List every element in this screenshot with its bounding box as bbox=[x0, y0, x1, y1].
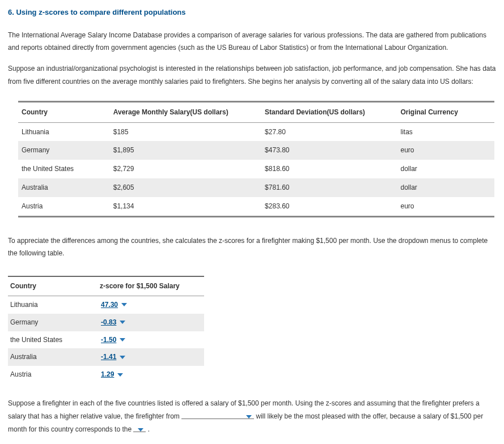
table-row: the United States -1.50 bbox=[8, 331, 204, 349]
cell-salary: $2,729 bbox=[110, 160, 261, 178]
cell-sd: $781.60 bbox=[261, 178, 397, 197]
table-row: Lithuania $185 $27.80 litas bbox=[18, 122, 494, 141]
th-salary: Average Monthly Salary(US dollars) bbox=[110, 101, 261, 122]
dropdown-value: -0.83 bbox=[101, 316, 116, 329]
zscore-dropdown[interactable]: -1.50 bbox=[100, 334, 126, 347]
th-sd: Standard Deviation(US dollars) bbox=[261, 101, 397, 122]
cell-country: the United States bbox=[8, 331, 98, 349]
table-row: the United States $2,729 $818.60 dollar bbox=[18, 160, 494, 178]
th-zscore: z-score for $1,500 Salary bbox=[98, 276, 204, 296]
cell-salary: $1,895 bbox=[110, 141, 261, 160]
table-row: Germany -0.83 bbox=[8, 314, 204, 331]
cell-sd: $283.60 bbox=[261, 197, 397, 216]
cell-sd: $818.60 bbox=[261, 160, 397, 178]
table-row: Australia $2,605 $781.60 dollar bbox=[18, 178, 494, 197]
text-segment: . bbox=[148, 425, 150, 433]
cell-country: Lithuania bbox=[8, 296, 98, 314]
table-row: Germany $1,895 $473.80 euro bbox=[18, 141, 494, 160]
table-row: Lithuania 47.30 bbox=[8, 296, 204, 314]
dropdown-value: 1.29 bbox=[101, 368, 114, 381]
cell-country: Australia bbox=[8, 348, 98, 366]
cell-currency: litas bbox=[397, 122, 494, 141]
intro-paragraph-1: The International Average Salary Income … bbox=[8, 29, 496, 55]
cell-country: Germany bbox=[8, 314, 98, 331]
chevron-down-icon bbox=[246, 415, 252, 419]
zscore-dropdown[interactable]: 47.30 bbox=[100, 298, 128, 311]
cell-salary: $185 bbox=[110, 122, 261, 141]
cell-currency: euro bbox=[397, 141, 494, 160]
dropdown-value: -1.41 bbox=[101, 351, 116, 364]
dropdown-value: -1.50 bbox=[101, 334, 116, 347]
cell-sd: $27.80 bbox=[261, 122, 397, 141]
table-row: Austria $1,134 $283.60 euro bbox=[18, 197, 494, 216]
cell-country: Lithuania bbox=[18, 122, 110, 141]
zscore-table: Country z-score for $1,500 Salary Lithua… bbox=[8, 276, 204, 383]
chevron-down-icon bbox=[117, 373, 123, 377]
zscore-dropdown[interactable]: 1.29 bbox=[100, 368, 124, 381]
chevron-down-icon bbox=[120, 321, 125, 324]
chevron-down-icon bbox=[138, 428, 143, 432]
chevron-down-icon bbox=[120, 356, 125, 359]
country-blank-dropdown[interactable] bbox=[181, 415, 254, 419]
table-row: Australia -1.41 bbox=[8, 348, 204, 366]
section-heading: 6. Using z-scores to compare different p… bbox=[8, 6, 496, 20]
instruction-paragraph: To appreciate the differences among the … bbox=[8, 234, 496, 261]
dropdown-value: 47.30 bbox=[101, 298, 118, 311]
cell-currency: dollar bbox=[397, 160, 494, 178]
zscore-dropdown[interactable]: -0.83 bbox=[100, 316, 126, 329]
salary-table: Country Average Monthly Salary(US dollar… bbox=[18, 101, 494, 217]
cell-salary: $2,605 bbox=[110, 178, 261, 197]
cell-country: Australia bbox=[18, 178, 110, 197]
chevron-down-icon bbox=[121, 303, 127, 306]
th-country: Country bbox=[18, 101, 110, 122]
cell-salary: $1,134 bbox=[110, 197, 261, 216]
cell-currency: euro bbox=[397, 197, 494, 216]
cell-currency: dollar bbox=[397, 178, 494, 197]
chevron-down-icon bbox=[120, 338, 125, 341]
conclusion-paragraph: Suppose a firefighter in each of the fiv… bbox=[8, 397, 496, 436]
th-country: Country bbox=[8, 276, 98, 296]
reason-blank-dropdown[interactable] bbox=[133, 428, 146, 432]
cell-country: Germany bbox=[18, 141, 110, 160]
th-currency: Original Currency bbox=[397, 101, 494, 122]
table-row: Austria 1.29 bbox=[8, 366, 204, 383]
cell-country: Austria bbox=[8, 366, 98, 383]
intro-paragraph-2: Suppose an industrial/organizational psy… bbox=[8, 62, 496, 88]
cell-country: Austria bbox=[18, 197, 110, 216]
zscore-dropdown[interactable]: -1.41 bbox=[100, 351, 126, 364]
cell-sd: $473.80 bbox=[261, 141, 397, 160]
cell-country: the United States bbox=[18, 160, 110, 178]
